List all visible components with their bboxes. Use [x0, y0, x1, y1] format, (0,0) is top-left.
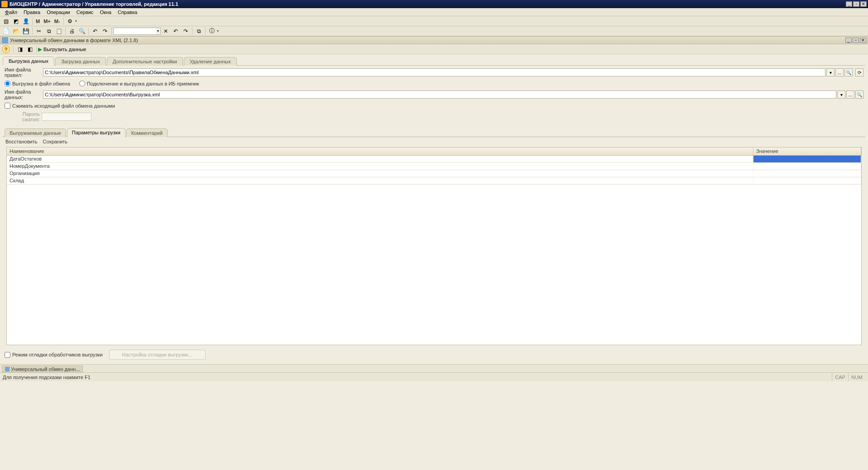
- help-icon[interactable]: ?: [2, 45, 10, 53]
- dropdown-icon[interactable]: ▾: [75, 19, 77, 23]
- open-icon[interactable]: 📂: [11, 27, 20, 35]
- new-icon[interactable]: 📄: [1, 27, 10, 35]
- calc-mplus-button[interactable]: M+: [42, 19, 53, 24]
- sub-tabs: Выгружаемые данные Параметры выгрузки Ко…: [3, 128, 865, 137]
- cell-value[interactable]: [753, 177, 861, 184]
- cell-value[interactable]: [753, 170, 861, 177]
- doc-tb-btn-2[interactable]: ◧: [25, 45, 34, 53]
- copy-obj-icon[interactable]: ⧉: [194, 27, 203, 35]
- cell-value[interactable]: [753, 156, 861, 162]
- rules-dropdown-icon[interactable]: ▾: [826, 68, 834, 76]
- save-icon[interactable]: 💾: [21, 27, 30, 35]
- tab-import[interactable]: Загрузка данных: [55, 57, 106, 66]
- tab-delete[interactable]: Удаление данных: [184, 57, 237, 66]
- menu-edit[interactable]: Правка: [20, 9, 43, 16]
- params-grid: Наименование Значение ДатаОстатков Номер…: [6, 147, 862, 345]
- menubar: Файлdocument.currentScript.previousEleme…: [0, 8, 868, 16]
- tb-btn-3[interactable]: 👤: [21, 17, 30, 25]
- app-titlebar: БИОЦЕНТР / Администратор / Управление то…: [0, 0, 868, 8]
- cut-icon[interactable]: ✂: [34, 27, 43, 35]
- paste-icon[interactable]: 📋: [54, 27, 63, 35]
- col-name-header[interactable]: Наименование: [7, 147, 753, 155]
- compress-checkbox[interactable]: [5, 103, 10, 109]
- window-tabs: Универсальный обмен данн...: [0, 364, 868, 372]
- window-tab[interactable]: Универсальный обмен данн...: [2, 366, 83, 372]
- restore-button[interactable]: ▫: [853, 1, 859, 7]
- radio-export-file[interactable]: Выгрузка в файл обмена: [5, 81, 70, 86]
- undo-icon[interactable]: ↶: [91, 27, 100, 35]
- search-dropdown-icon[interactable]: ▾: [156, 28, 161, 35]
- print-icon[interactable]: 🖨: [67, 27, 77, 35]
- data-search-icon[interactable]: 🔍: [855, 90, 863, 99]
- statusbar: Для получения подсказки нажмите F1 CAP N…: [0, 372, 868, 381]
- redo-icon[interactable]: ↷: [101, 27, 110, 35]
- debug-mode-checkbox[interactable]: [5, 352, 10, 358]
- menu-help[interactable]: Справка: [115, 9, 140, 16]
- menu-windows[interactable]: Окна: [96, 9, 115, 16]
- toolbar-separator: [63, 18, 64, 25]
- calc-m-button[interactable]: M: [34, 19, 42, 24]
- search-input[interactable]: [113, 28, 156, 35]
- rules-file-input[interactable]: [43, 68, 825, 76]
- grid-body: ДатаОстатков НомерДокумента Организация …: [7, 156, 861, 345]
- subtab-comment[interactable]: Комментарий: [126, 128, 168, 137]
- cell-name: НомерДокумента: [7, 163, 753, 170]
- table-row[interactable]: ДатаОстатков: [7, 156, 861, 163]
- preview-icon[interactable]: 🔍: [77, 27, 86, 35]
- info-icon[interactable]: ⓘ: [207, 27, 216, 35]
- clear-search-icon[interactable]: ✕: [161, 27, 170, 35]
- data-dropdown-icon[interactable]: ▾: [837, 90, 845, 99]
- tb-wizard-icon[interactable]: ⚙: [66, 17, 75, 25]
- window-tab-icon: [5, 367, 10, 371]
- document-titlebar: Универсальный обмен данными в формате XM…: [0, 36, 868, 44]
- restore-link[interactable]: Восстановить: [5, 139, 37, 144]
- subtab-exported-data[interactable]: Выгружаемые данные: [5, 128, 66, 137]
- tb-btn-2[interactable]: ◩: [11, 17, 20, 25]
- rules-browse-button[interactable]: ...: [835, 68, 844, 76]
- rules-file-label: Имя файла правил:: [5, 67, 43, 78]
- tab-extra[interactable]: Дополнительные настройки: [107, 57, 183, 66]
- calc-mminus-button[interactable]: M-: [53, 19, 62, 24]
- toolbar-separator: [205, 28, 206, 35]
- doc-close-button[interactable]: ✕: [860, 38, 866, 43]
- minimize-button[interactable]: _: [846, 1, 852, 7]
- cell-value[interactable]: [753, 163, 861, 170]
- radio-connect[interactable]: Подключение и выгрузка данных в ИБ прием…: [79, 81, 199, 86]
- tb-btn-1[interactable]: ▤: [1, 17, 10, 25]
- table-row[interactable]: НомерДокумента: [7, 163, 861, 170]
- password-input: [42, 113, 91, 121]
- main-tabs: Выгрузка данных Загрузка данных Дополнит…: [3, 56, 865, 65]
- close-button[interactable]: ✕: [860, 1, 867, 7]
- doc-restore-button[interactable]: ▫: [853, 38, 859, 43]
- save-link[interactable]: Сохранить: [43, 139, 67, 144]
- export-data-button[interactable]: Выгрузить данные: [43, 47, 86, 52]
- sub-toolbar: Восстановить Сохранить: [3, 137, 865, 146]
- subtab-export-params[interactable]: Параметры выгрузки: [67, 128, 125, 137]
- export-mode-row: Выгрузка в файл обмена Подключение и выг…: [3, 79, 865, 88]
- menu-file[interactable]: Файлdocument.currentScript.previousEleme…: [2, 9, 20, 16]
- rules-search-icon[interactable]: 🔍: [844, 68, 853, 76]
- doc-minimize-button[interactable]: _: [845, 38, 852, 43]
- app-title: БИОЦЕНТР / Администратор / Управление то…: [10, 1, 846, 7]
- data-file-label: Имя файла данных:: [5, 89, 43, 100]
- data-file-input[interactable]: [43, 90, 836, 99]
- col-value-header[interactable]: Значение: [753, 147, 861, 155]
- data-browse-button[interactable]: ...: [846, 90, 854, 99]
- doc-tb-btn-1[interactable]: ◨: [15, 45, 24, 53]
- tab-export[interactable]: Выгрузка данных: [3, 57, 54, 66]
- radio-export-file-input[interactable]: [5, 81, 10, 86]
- dropdown-icon[interactable]: ▾: [217, 29, 219, 33]
- play-icon: ▶: [38, 46, 42, 52]
- radio-connect-input[interactable]: [79, 81, 85, 86]
- search-prev-icon[interactable]: ↶: [171, 27, 180, 35]
- app-logo-icon: [1, 1, 8, 7]
- search-next-icon[interactable]: ↷: [181, 27, 190, 35]
- rules-refresh-icon[interactable]: ⟳: [855, 68, 863, 76]
- menu-operations[interactable]: Операции: [43, 9, 73, 16]
- password-row: Пароль сжатия:: [3, 110, 865, 126]
- grid-header: Наименование Значение: [7, 147, 861, 156]
- table-row[interactable]: Организация: [7, 170, 861, 177]
- table-row[interactable]: Склад: [7, 177, 861, 185]
- copy-icon[interactable]: ⧉: [44, 27, 53, 35]
- menu-service[interactable]: Сервис: [73, 9, 97, 16]
